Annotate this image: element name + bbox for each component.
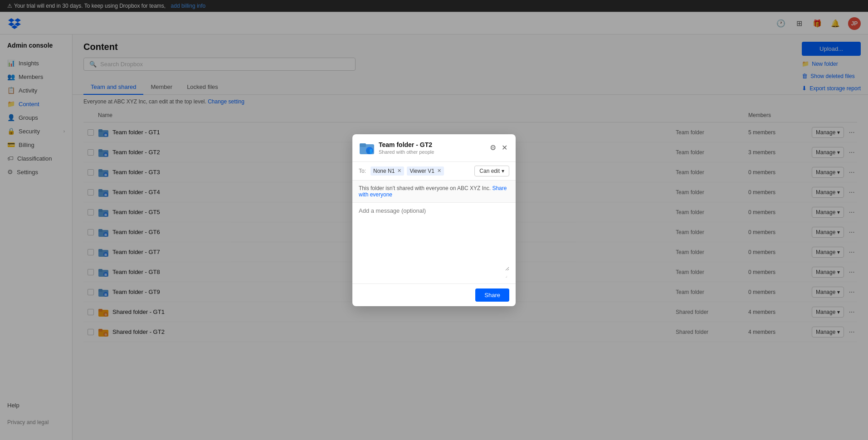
close-icon[interactable]: ✕	[501, 142, 508, 153]
permission-label: Can edit	[479, 168, 500, 174]
to-label: To:	[359, 168, 366, 174]
resize-handle: ⌟	[359, 272, 509, 279]
share-modal: 👥 Team folder - GT2 Shared with other pe…	[352, 134, 516, 306]
modal-title-block: Team folder - GT2 Shared with other peop…	[379, 141, 484, 155]
modal-subtitle: Shared with other people	[379, 149, 484, 155]
tag-viewer-v1: Viewer V1 ✕	[407, 166, 444, 176]
svg-rect-45	[360, 143, 366, 147]
modal-message-area: ⌟	[352, 203, 516, 284]
tag-close-viewer-v1[interactable]: ✕	[437, 168, 441, 174]
tag-none-n1: None N1 ✕	[371, 166, 404, 176]
tag-close-none-n1[interactable]: ✕	[397, 168, 401, 174]
modal-to-row: To: None N1 ✕ Viewer V1 ✕ Can edit ▾	[352, 162, 516, 181]
modal-title: Team folder - GT2	[379, 141, 484, 148]
chevron-down-icon: ▾	[502, 168, 504, 174]
info-text: This folder isn't shared with everyone o…	[359, 185, 491, 191]
modal-header: 👥 Team folder - GT2 Shared with other pe…	[352, 134, 516, 162]
share-button[interactable]: Share	[475, 288, 509, 302]
modal-header-icons: ⚙ ✕	[489, 142, 508, 153]
message-textarea[interactable]	[359, 207, 509, 271]
gear-icon[interactable]: ⚙	[489, 142, 497, 153]
modal-info-banner: This folder isn't shared with everyone o…	[352, 181, 516, 203]
tag-label: Viewer V1	[410, 168, 434, 174]
svg-text:👥: 👥	[366, 147, 373, 154]
tag-label: None N1	[373, 168, 395, 174]
modal-footer: Share	[352, 284, 516, 306]
permission-button[interactable]: Can edit ▾	[474, 166, 509, 176]
tags-area: None N1 ✕ Viewer V1 ✕	[371, 166, 472, 176]
modal-overlay[interactable]: 👥 Team folder - GT2 Shared with other pe…	[0, 0, 868, 440]
modal-folder-icon: 👥	[360, 141, 374, 155]
